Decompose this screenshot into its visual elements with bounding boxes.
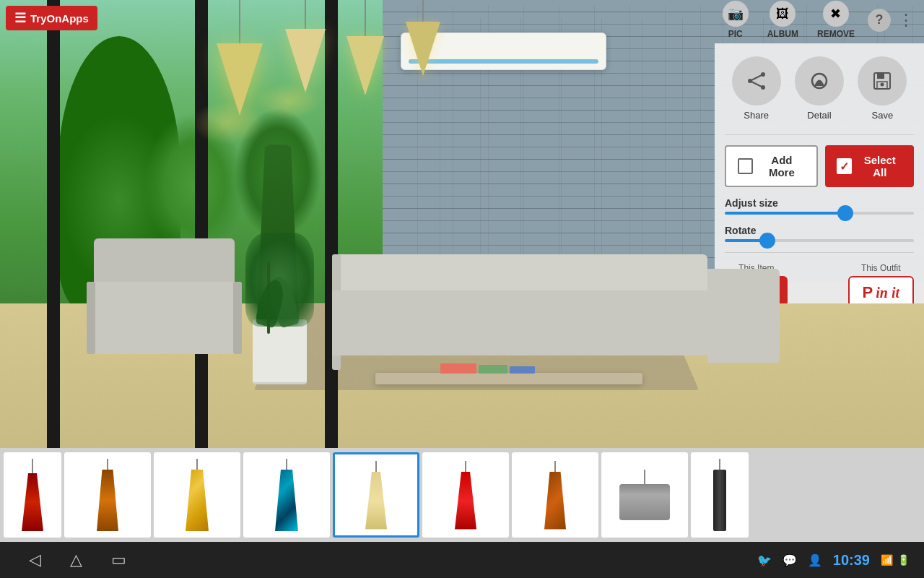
select-all-label: Select All bbox=[858, 154, 902, 178]
wifi-icon: 📶 bbox=[881, 554, 893, 566]
this-outfit-label: This Outfit bbox=[861, 263, 901, 273]
rotate-control: Rotate bbox=[725, 225, 914, 242]
pic-label: PIC bbox=[728, 29, 743, 39]
this-outfit-section: This Outfit P in it bbox=[848, 263, 914, 309]
thumbnail-item-9[interactable] bbox=[691, 452, 749, 538]
more-button[interactable]: ⋮ bbox=[898, 11, 913, 30]
share-icon bbox=[732, 56, 781, 105]
status-bar: 🐦 💬 👤 10:39 📶 🔋 bbox=[757, 552, 910, 569]
twitter-icon: 🐦 bbox=[757, 553, 772, 567]
add-more-label: Add More bbox=[759, 154, 805, 178]
remove-icon: ✖ bbox=[823, 1, 849, 27]
thumbnail-strip bbox=[0, 448, 924, 542]
svg-line-3 bbox=[750, 74, 763, 81]
detail-icon bbox=[795, 56, 844, 105]
svg-line-4 bbox=[750, 81, 763, 87]
thumbnail-item-7[interactable] bbox=[512, 452, 598, 538]
size-slider-container bbox=[725, 212, 914, 215]
bottom-nav-bar: ◁ △ ▭ 🐦 💬 👤 10:39 📶 🔋 bbox=[0, 542, 924, 578]
action-icons-row: Share Detail bbox=[725, 56, 914, 121]
divider-2 bbox=[725, 252, 914, 253]
recent-icon: ▭ bbox=[111, 551, 126, 569]
battery-icon: 🔋 bbox=[897, 554, 910, 566]
thumbnail-item-8[interactable] bbox=[601, 452, 688, 538]
select-all-button[interactable]: ✓ Select All bbox=[825, 145, 914, 187]
home-button[interactable]: △ bbox=[56, 551, 97, 569]
save-button[interactable]: Save bbox=[858, 56, 907, 121]
size-slider[interactable] bbox=[725, 212, 914, 215]
home-icon: △ bbox=[70, 551, 82, 569]
thumbnail-item-1[interactable] bbox=[4, 452, 61, 538]
system-status-icons: 📶 🔋 bbox=[881, 554, 910, 566]
add-select-row: Add More ✓ Select All bbox=[725, 145, 914, 187]
svg-rect-7 bbox=[877, 73, 884, 79]
plant bbox=[253, 319, 307, 384]
pin-it-text-2: in it bbox=[876, 285, 899, 301]
app-logo: ☰ TryOnApps bbox=[6, 6, 97, 30]
share-label: Share bbox=[744, 110, 769, 121]
album-button[interactable]: 🖼 ALBUM bbox=[762, 0, 804, 43]
add-more-checkbox-icon bbox=[738, 158, 753, 174]
thumbnail-item-3[interactable] bbox=[154, 452, 240, 538]
time-display: 10:39 bbox=[833, 552, 870, 569]
user-icon: 👤 bbox=[808, 553, 822, 567]
album-icon: 🖼 bbox=[770, 1, 796, 27]
menu-icon[interactable]: ☰ bbox=[14, 10, 26, 26]
detail-button[interactable]: Detail bbox=[795, 56, 844, 121]
rotate-slider-container bbox=[725, 239, 914, 242]
sofa bbox=[332, 254, 780, 384]
main-scene: 📷 PIC 🖼 ALBUM ✖ REMOVE ? ⋮ ☰ TryOnApps bbox=[0, 0, 924, 448]
remove-button[interactable]: ✖ REMOVE bbox=[811, 0, 860, 43]
thumbnail-item-5[interactable] bbox=[333, 452, 419, 538]
divider-1 bbox=[725, 134, 914, 135]
pic-button[interactable]: 📷 PIC bbox=[717, 0, 754, 43]
recent-apps-button[interactable]: ▭ bbox=[97, 551, 141, 569]
album-label: ALBUM bbox=[767, 29, 798, 39]
back-button[interactable]: ◁ bbox=[14, 551, 56, 569]
add-more-button[interactable]: Add More bbox=[725, 145, 818, 187]
remove-label: REMOVE bbox=[817, 29, 855, 39]
top-toolbar: 📷 PIC 🖼 ALBUM ✖ REMOVE ? ⋮ bbox=[0, 0, 924, 40]
adjust-size-control: Adjust size bbox=[725, 197, 914, 215]
thumbnail-item-4[interactable] bbox=[243, 452, 330, 538]
message-icon: 💬 bbox=[783, 553, 797, 567]
select-all-checkbox-icon: ✓ bbox=[837, 158, 852, 174]
chair bbox=[87, 238, 242, 383]
thumbnail-item-2[interactable] bbox=[64, 452, 151, 538]
camera-icon: 📷 bbox=[723, 1, 749, 27]
logo-text: TryOnApps bbox=[30, 12, 89, 25]
coffee-table bbox=[375, 373, 642, 384]
help-button[interactable]: ? bbox=[868, 9, 891, 32]
save-label: Save bbox=[871, 110, 893, 121]
back-icon: ◁ bbox=[29, 551, 41, 569]
svg-point-9 bbox=[881, 83, 884, 87]
rotate-slider[interactable] bbox=[725, 239, 914, 242]
pin-p-icon-2: P bbox=[863, 283, 873, 302]
save-icon bbox=[858, 56, 907, 105]
share-button[interactable]: Share bbox=[732, 56, 781, 121]
detail-label: Detail bbox=[807, 110, 831, 121]
thumbnail-item-6[interactable] bbox=[422, 452, 509, 538]
